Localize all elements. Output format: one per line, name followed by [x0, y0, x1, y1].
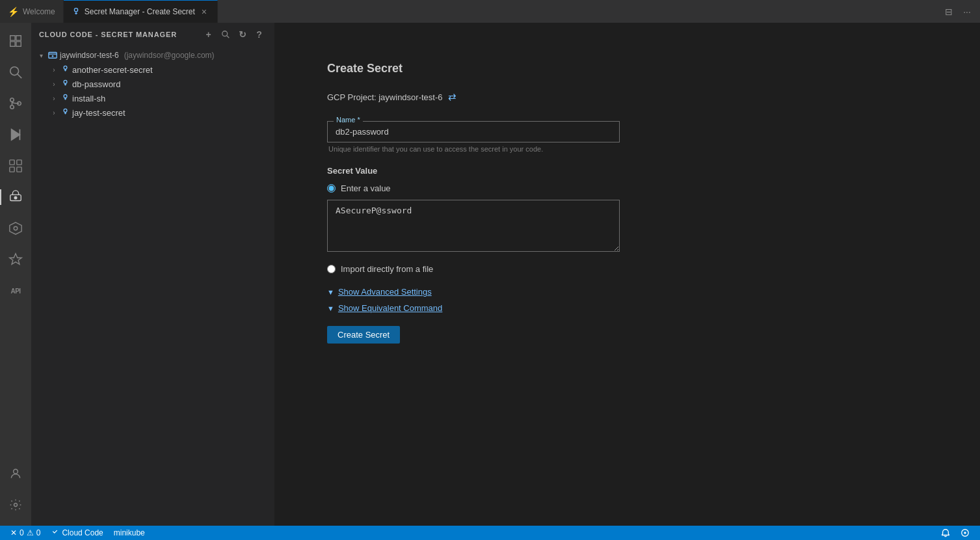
activity-api[interactable]: API [0, 275, 31, 306]
status-minikube-label: minikube [114, 528, 145, 537]
title-bar: ⚡ Welcome Secret Manager - Create Secret… [0, 0, 980, 23]
activity-account[interactable] [0, 458, 31, 489]
radio-import-file[interactable] [327, 265, 336, 273]
show-advanced-settings-link[interactable]: Show Advanced Settings [338, 287, 432, 297]
sidebar-header: Cloud Code - Secret Manager + ↻ ? [31, 23, 274, 46]
secret-manager-icon [72, 7, 81, 18]
sidebar-add-button[interactable]: + [202, 27, 216, 42]
show-equivalent-command-link[interactable]: Show Equivalent Command [338, 303, 442, 313]
warning-icon: ⚠ [27, 528, 34, 537]
show-equivalent-command-row[interactable]: ▼ Show Equivalent Command [327, 303, 808, 313]
form-container: Create Secret GCP Project: jaywindsor-te… [275, 23, 860, 383]
status-minikube[interactable]: minikube [109, 526, 150, 540]
item-label: install-sh [72, 94, 105, 103]
gcp-project-row: GCP Project: jaywindsor-test-6 ⇄ [327, 91, 808, 103]
tab-list: ⚡ Welcome Secret Manager - Create Secret… [0, 0, 218, 23]
main-layout: API Cloud Code - Secret Manager + ↻ ? [0, 23, 980, 526]
tree-item[interactable]: › jay-test-secret [31, 105, 274, 120]
secret-value-section: Secret Value Enter a value ASecureP@sswo… [327, 166, 808, 274]
split-editor-button[interactable]: ⊟ [941, 4, 957, 20]
svg-point-1 [10, 67, 19, 75]
activity-source-control[interactable] [0, 88, 31, 119]
svg-point-15 [14, 226, 18, 230]
sidebar-refresh-button[interactable]: ↻ [235, 27, 250, 42]
secret-value-title: Secret Value [327, 166, 808, 176]
tab-welcome-label: Welcome [23, 7, 55, 16]
activity-bar: API [0, 23, 31, 526]
sidebar-help-button[interactable]: ? [252, 27, 267, 42]
svg-point-26 [964, 532, 966, 534]
tab-secret-manager[interactable]: Secret Manager - Create Secret × [64, 0, 218, 23]
error-icon: ✕ [10, 528, 17, 537]
svg-line-2 [18, 74, 21, 78]
tree-item[interactable]: › install-sh [31, 91, 274, 105]
item-label: db-password [72, 79, 120, 89]
tab-welcome[interactable]: ⚡ Welcome [0, 0, 64, 23]
radio-enter-value[interactable] [327, 184, 336, 193]
radio-import-file-label: Import directly from a file [341, 264, 433, 274]
status-errors[interactable]: ✕ 0 ⚠ 0 [5, 526, 46, 540]
secret-icon [61, 64, 70, 75]
svg-rect-11 [17, 167, 21, 172]
name-field-hint: Unique identifier that you can use to ac… [328, 145, 808, 153]
svg-rect-9 [17, 160, 21, 165]
svg-marker-14 [10, 223, 21, 234]
radio-import-file-option[interactable]: Import directly from a file [327, 264, 808, 274]
svg-point-17 [14, 504, 18, 507]
form-title: Create Secret [327, 62, 808, 75]
name-input-container: Name * [327, 121, 620, 142]
svg-line-19 [227, 35, 230, 38]
activity-cloud-code[interactable] [0, 182, 31, 213]
item-label: jay-test-secret [72, 108, 126, 118]
svg-point-24 [64, 94, 67, 98]
root-chevron: ▾ [36, 52, 46, 59]
tab-secret-manager-label: Secret Manager - Create Secret [85, 7, 195, 16]
radio-enter-value-option[interactable]: Enter a value [327, 183, 808, 193]
activity-run[interactable] [0, 119, 31, 150]
advanced-settings-arrow: ▼ [327, 288, 334, 296]
welcome-icon: ⚡ [8, 7, 19, 17]
secret-value-textarea-container: ASecureP@ssword [327, 200, 620, 254]
error-count: 0 [20, 528, 24, 537]
svg-point-13 [14, 196, 17, 199]
root-label: jaywindsor-test-6 [60, 51, 119, 60]
status-bar: ✕ 0 ⚠ 0 Cloud Code minikube [0, 526, 980, 540]
warning-count: 0 [36, 528, 41, 537]
item-chevron: › [49, 109, 59, 116]
svg-point-3 [10, 98, 14, 102]
activity-cloud-run[interactable] [0, 244, 31, 275]
activity-kubernetes[interactable] [0, 213, 31, 244]
status-cloud-code[interactable]: Cloud Code [46, 526, 108, 540]
sidebar-search-button[interactable] [219, 27, 233, 42]
gcp-switch-button[interactable]: ⇄ [448, 91, 457, 103]
activity-explorer[interactable] [0, 25, 31, 57]
status-right [936, 526, 975, 540]
more-actions-button[interactable]: ··· [959, 4, 975, 20]
tree-item[interactable]: › another-secret-secret [31, 62, 274, 77]
svg-point-22 [64, 66, 67, 69]
activity-settings[interactable] [0, 489, 31, 520]
svg-point-0 [74, 8, 77, 11]
svg-point-4 [10, 105, 14, 109]
show-advanced-settings-row[interactable]: ▼ Show Advanced Settings [327, 287, 808, 297]
svg-rect-10 [10, 167, 14, 172]
svg-point-21 [52, 55, 54, 57]
create-secret-button[interactable]: Create Secret [327, 326, 400, 344]
tab-close-button[interactable]: × [199, 7, 209, 17]
tree-item[interactable]: › db-password [31, 77, 274, 91]
name-input[interactable] [327, 121, 620, 142]
secret-icon [61, 93, 70, 103]
svg-point-16 [14, 469, 18, 474]
equivalent-command-arrow: ▼ [327, 304, 334, 312]
tree-root-item[interactable]: ▾ jaywindsor-test-6 (jaywindsor@google.c… [31, 48, 274, 62]
activity-extensions[interactable] [0, 150, 31, 182]
status-notifications[interactable] [936, 526, 955, 540]
secret-value-textarea[interactable]: ASecureP@ssword [327, 200, 620, 252]
activity-search[interactable] [0, 57, 31, 88]
activity-bottom [0, 458, 31, 526]
title-bar-actions: ⊟ ··· [941, 4, 980, 20]
sidebar-header-actions: + ↻ ? [202, 27, 267, 42]
status-cloud-code-label: Cloud Code [62, 528, 103, 537]
status-broadcast[interactable] [955, 526, 975, 540]
root-icon [48, 50, 57, 61]
